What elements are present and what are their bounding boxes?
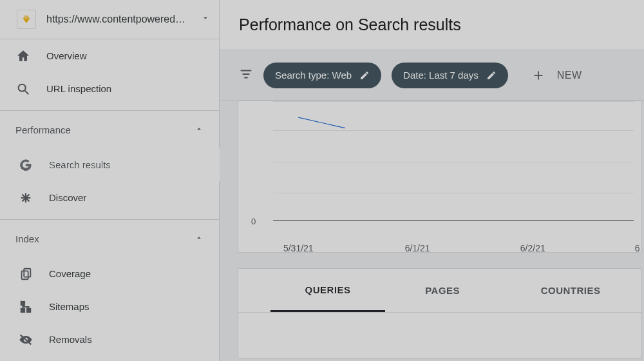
tabs-card: QUERIES PAGES COUNTRIES — [238, 268, 642, 358]
filter-bar: Search type: Web Date: Last 7 days NEW — [220, 50, 644, 101]
x-tick: 6 — [635, 243, 640, 253]
google-g-icon — [18, 157, 33, 173]
search-icon — [15, 81, 31, 97]
svg-line-14 — [298, 117, 345, 128]
nav-sitemaps-label: Sitemaps — [49, 301, 90, 312]
x-tick: 6/1/21 — [405, 243, 430, 253]
tab-pages[interactable]: PAGES — [385, 269, 500, 312]
filter-icon[interactable] — [239, 67, 253, 84]
svg-rect-12 — [27, 308, 31, 312]
chart-card: 0 5/31/21 6/1/21 6/2/21 6 — [238, 101, 642, 253]
svg-rect-9 — [24, 268, 30, 277]
chevron-up-icon — [194, 233, 204, 244]
new-filter-label: NEW — [557, 70, 582, 81]
nav-discover[interactable]: Discover — [0, 181, 219, 214]
chevron-down-icon — [201, 14, 210, 25]
nav-sitemaps[interactable]: Sitemaps — [0, 290, 219, 323]
diamond-icon — [21, 14, 32, 24]
pencil-icon — [486, 70, 497, 81]
nav-group-index: Index Coverage Sitemaps Removals — [0, 220, 219, 361]
nav-search-results-label: Search results — [49, 159, 111, 170]
tab-countries[interactable]: COUNTRIES — [500, 269, 641, 312]
hidden-icon — [18, 332, 33, 347]
sidebar: https://www.contentpowered… Overview URL… — [0, 0, 220, 361]
nav-group-performance-header[interactable]: Performance — [0, 111, 219, 148]
chip-date-label: Date: Last 7 days — [403, 70, 478, 81]
page-title: Performance on Search results — [220, 0, 644, 50]
nav-group-performance-label: Performance — [15, 124, 71, 135]
pencil-icon — [359, 70, 370, 81]
svg-line-3 — [25, 90, 29, 94]
chart-line — [273, 102, 634, 221]
nav-overview[interactable]: Overview — [0, 39, 219, 72]
chip-date[interactable]: Date: Last 7 days — [392, 63, 508, 88]
chip-search-type[interactable]: Search type: Web — [263, 63, 381, 88]
x-tick: 5/31/21 — [283, 243, 314, 253]
asterisk-icon — [18, 190, 33, 206]
nav-removals-label: Removals — [49, 334, 92, 345]
svg-rect-11 — [21, 308, 25, 312]
nav-discover-label: Discover — [49, 192, 86, 203]
nav-group-index-label: Index — [15, 233, 39, 244]
nav-url-inspection-label: URL inspection — [46, 83, 111, 94]
new-filter-button[interactable]: NEW — [531, 68, 582, 83]
tab-queries[interactable]: QUERIES — [270, 269, 385, 312]
nav-group-index-header[interactable]: Index — [0, 220, 219, 257]
nav-group-top: Overview URL inspection — [0, 39, 219, 111]
y-tick-zero: 0 — [251, 217, 256, 226]
svg-point-2 — [19, 84, 26, 91]
chart-plot: 0 — [273, 101, 634, 221]
chevron-up-icon — [194, 124, 204, 135]
x-tick: 6/2/21 — [520, 243, 545, 253]
site-url: https://www.contentpowered… — [46, 14, 185, 25]
tab-row: QUERIES PAGES COUNTRIES — [238, 269, 641, 313]
main: Performance on Search results Search typ… — [220, 0, 644, 361]
sitemap-icon — [18, 299, 33, 315]
nav-search-results[interactable]: Search results — [0, 148, 220, 181]
site-favicon — [17, 10, 36, 29]
nav-group-performance: Performance Search results Discover — [0, 111, 219, 220]
svg-rect-8 — [22, 271, 28, 279]
nav-coverage[interactable]: Coverage — [0, 257, 219, 290]
site-picker[interactable]: https://www.contentpowered… — [0, 0, 219, 39]
pages-icon — [18, 266, 33, 282]
nav-url-inspection[interactable]: URL inspection — [0, 72, 219, 105]
plus-icon — [531, 68, 545, 83]
svg-rect-10 — [21, 301, 25, 305]
chip-search-type-label: Search type: Web — [275, 70, 352, 81]
nav-coverage-label: Coverage — [49, 268, 91, 279]
svg-marker-1 — [23, 15, 30, 19]
nav-overview-label: Overview — [46, 50, 87, 61]
home-icon — [15, 48, 31, 64]
nav-removals[interactable]: Removals — [0, 323, 219, 356]
